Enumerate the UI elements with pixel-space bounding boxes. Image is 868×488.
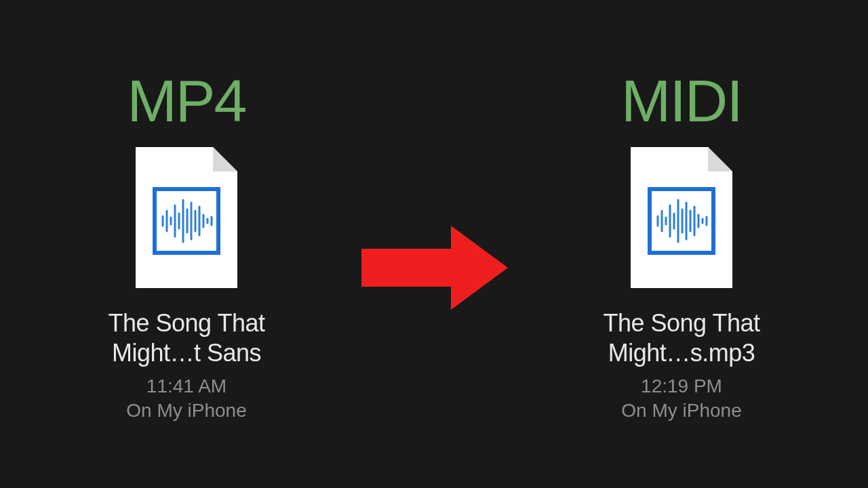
source-format-heading: MP4 (127, 71, 246, 131)
audio-file-icon (624, 143, 739, 292)
source-file-column: MP4 (64, 71, 309, 423)
target-file-location: On My iPhone (621, 399, 741, 423)
target-file-name: The Song That Might…s.mp3 (559, 308, 804, 367)
svg-marker-14 (361, 226, 508, 310)
audio-file-icon (129, 143, 244, 292)
source-file-location: On My iPhone (126, 399, 246, 423)
source-file-name: The Song That Might…t Sans (64, 308, 309, 367)
source-file-time: 11:41 AM (146, 374, 226, 399)
target-file-time: 12:19 PM (641, 374, 722, 399)
arrow-right-icon (356, 220, 512, 315)
target-file-column: MIDI (559, 71, 804, 423)
target-format-heading: MIDI (621, 71, 742, 131)
conversion-graphic: MP4 (0, 0, 868, 488)
